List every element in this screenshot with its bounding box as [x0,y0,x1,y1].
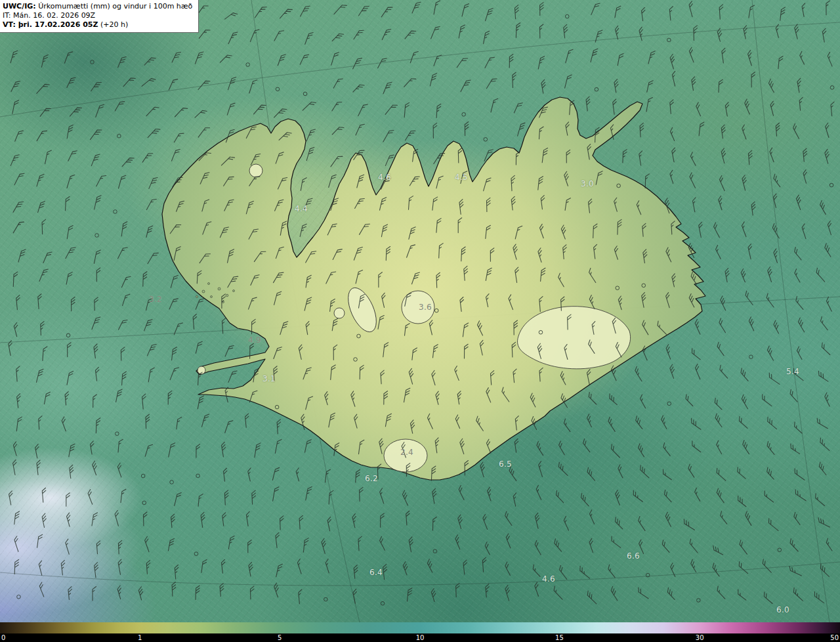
colorbar-gradient [0,622,840,633]
precip-value-label: 6.5 [499,460,512,469]
product-desc: Úrkomumætti (mm) og vindur i 100m hæð [36,2,193,11]
colorbar: 01510153050 [0,622,840,642]
colorbar-tick: 5 [278,633,282,642]
precip-value-label: 3.1 [262,374,276,383]
colorbar-tick: 15 [555,633,564,642]
precip-value-label: 6.6 [627,551,640,561]
weather-map-viewport: 4.64.53.04.43.23.64.95.43.12.46.56.26.66… [0,0,840,642]
precip-value-label: 4.9 [248,335,261,345]
precip-value-label: 4.6 [542,574,555,584]
precip-value-label: 6.0 [776,605,789,614]
colorbar-tick: 30 [696,633,704,642]
precip-value-label: 4.4 [295,204,308,213]
colorbar-tick: 1 [138,633,142,642]
valid-time: VT: þri. 17.02.2026 05Z [3,20,98,29]
colorbar-tick: 10 [416,633,425,642]
precip-value-label: 4.6 [378,173,391,182]
precip-value-label: 3.6 [419,303,432,312]
colorbar-ticks: 01510153050 [0,633,840,642]
precip-value-label: 5.4 [786,367,799,376]
colorbar-tick: 0 [1,633,5,642]
info-box: UWC/IG: Úrkomumætti (mm) og vindur i 100… [0,0,199,33]
value-labels-layer: 4.64.53.04.43.23.64.95.43.12.46.56.26.66… [0,0,840,622]
precip-value-label: 3.2 [149,295,162,304]
colorbar-tick: 50 [830,633,839,642]
precip-value-label: 6.2 [365,474,378,483]
info-line-valid-time: VT: þri. 17.02.2026 05Z (+20 h) [3,20,192,30]
lead-time: (+20 h) [98,20,128,29]
precip-value-label: 2.4 [400,448,413,457]
product-id: UWC/IG: [3,2,36,11]
precip-value-label: 4.5 [455,173,468,182]
info-line-title: UWC/IG: Úrkomumætti (mm) og vindur i 100… [3,2,192,11]
precip-value-label: 3.0 [581,179,594,188]
info-line-init-time: IT: Mán. 16. 02. 2026 09Z [3,11,192,20]
precip-value-label: 6.4 [369,568,383,577]
